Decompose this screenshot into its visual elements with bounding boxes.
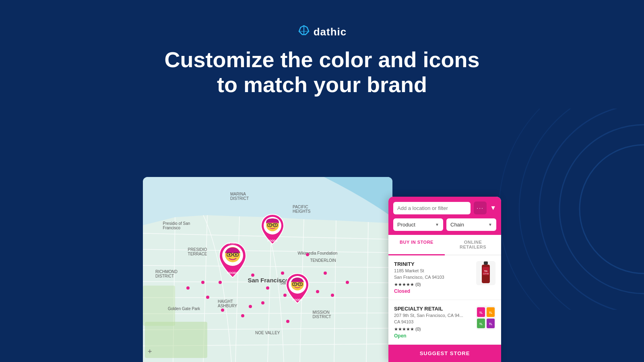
- filters-row: Product ▼ Chain ▼: [388, 218, 501, 235]
- store-card-specialty[interactable]: SPECIALTY RETAIL 207 9th St, San Francis…: [388, 300, 501, 345]
- map-dot: [251, 274, 254, 277]
- map-city-label: San Francisco: [248, 277, 289, 284]
- svg-text:TL: TL: [479, 311, 483, 314]
- map-dot: [221, 309, 224, 312]
- svg-point-48: [300, 284, 301, 285]
- map-label-richmond: RICHMONDDISTRICT: [155, 269, 178, 278]
- options-button[interactable]: ···: [474, 202, 487, 214]
- svg-text:TL: TL: [479, 323, 483, 325]
- chain-filter[interactable]: Chain ▼: [446, 218, 496, 231]
- product-filter[interactable]: Product ▼: [393, 218, 443, 231]
- map-label-noe: NOE VALLEY: [255, 331, 280, 335]
- map-label-marina: MARINADISTRICT: [230, 192, 249, 201]
- store-address: 1185 Market StSan Francisco, CA 94103: [394, 268, 472, 280]
- map-dot: [249, 305, 252, 308]
- map-pin-2: TIA LUPITA FOODS: [217, 241, 248, 281]
- dathic-logo-icon: [297, 24, 310, 40]
- svg-rect-24: [143, 286, 175, 326]
- map-dot: [201, 281, 204, 284]
- store-product-image: TL TL TL TL: [476, 306, 495, 330]
- store-address: 207 9th St, San Francisco, CA 94...CA 94…: [394, 313, 472, 325]
- map-label-mission: MISSIONDISTRICT: [313, 310, 331, 319]
- map-dot: [219, 281, 222, 284]
- map-label-pacific: PACIFICHEIGHTS: [293, 205, 310, 214]
- svg-point-47: [294, 284, 295, 285]
- store-status: Closed: [394, 288, 472, 294]
- tab-buy-in-store[interactable]: BUY IN STORE: [388, 235, 445, 255]
- map-label-tenderloin: TENDERLOIN: [310, 258, 336, 263]
- map-background: MARINADISTRICT PACIFICHEIGHTS Presidio o…: [143, 177, 392, 362]
- store-info-specialty: SPECIALTY RETAIL 207 9th St, San Francis…: [394, 306, 472, 339]
- svg-point-30: [269, 224, 270, 225]
- store-name: TRINITY: [394, 261, 472, 267]
- panel-header: ··· ▼ Product ▼ Chain ▼: [388, 197, 501, 235]
- stores-list: TRINITY 1185 Market StSan Francisco, CA …: [388, 255, 501, 345]
- headline: Customize the color and icons to match y…: [141, 47, 503, 97]
- store-info-trinity: TRINITY 1185 Market StSan Francisco, CA …: [394, 261, 472, 294]
- map-label-wikimedia: Wikimedia Foundation: [297, 251, 337, 255]
- tab-online-retailers[interactable]: ONLINERETAILERS: [445, 235, 501, 255]
- svg-point-39: [235, 254, 237, 255]
- store-finder-panel: ··· ▼ Product ▼ Chain ▼ BUY IN STORE: [388, 197, 501, 362]
- svg-point-31: [275, 224, 276, 225]
- location-search-input[interactable]: [393, 202, 471, 214]
- store-stars: ★★★★★ (0): [394, 327, 472, 332]
- svg-point-38: [229, 254, 230, 255]
- svg-text:TIA: TIA: [484, 270, 487, 272]
- map-dot: [266, 286, 269, 290]
- map-label-presidio: Presidio of SanFrancisco: [163, 221, 190, 230]
- map-dot: [316, 290, 319, 293]
- store-name: SPECIALTY RETAIL: [394, 306, 472, 312]
- map-label-gg-park: Golden Gate Park: [168, 306, 200, 311]
- header: dathic Customize the color and icons to …: [0, 0, 644, 97]
- product-filter-chevron: ▼: [435, 222, 439, 227]
- store-stars: ★★★★★ (0): [394, 282, 472, 287]
- store-product-image: TIA LUPITA: [476, 261, 495, 285]
- map-dot: [306, 253, 309, 256]
- map-dot: [331, 294, 334, 297]
- main-content: MARINADISTRICT PACIFICHEIGHTS Presidio o…: [0, 177, 644, 362]
- map-container: MARINADISTRICT PACIFICHEIGHTS Presidio o…: [143, 177, 392, 362]
- svg-text:FOODS: FOODS: [293, 298, 303, 301]
- svg-text:FOODS: FOODS: [268, 239, 278, 242]
- svg-text:LUPITA: LUPITA: [483, 273, 489, 275]
- map-dot: [324, 272, 327, 275]
- map-compass: +: [148, 348, 152, 356]
- map-label-haight: HAIGHTASHBURY: [218, 299, 237, 308]
- map-dot: [286, 320, 289, 323]
- map-label-presidio-terrace: PRESIDIOTERRACE: [188, 247, 207, 256]
- svg-text:TL: TL: [489, 323, 493, 325]
- store-status: Open: [394, 333, 472, 339]
- map-dot: [206, 296, 209, 299]
- search-bar: ··· ▼: [388, 197, 501, 218]
- map-dot: [346, 281, 349, 284]
- chain-filter-chevron: ▼: [488, 222, 492, 227]
- map-pin-1: FOODS: [259, 213, 286, 247]
- svg-rect-50: [484, 261, 488, 265]
- tabs-row: BUY IN STORE ONLINERETAILERS: [388, 235, 501, 255]
- svg-text:FOODS: FOODS: [227, 271, 239, 275]
- map-dot: [241, 314, 244, 317]
- expand-button[interactable]: ▼: [490, 204, 496, 212]
- svg-rect-23: [145, 322, 207, 358]
- map-pin-3: FOODS: [284, 272, 311, 306]
- logo-text: dathic: [314, 26, 347, 38]
- suggest-store-button[interactable]: SUGGEST STORE: [388, 345, 501, 362]
- store-card-trinity[interactable]: TRINITY 1185 Market StSan Francisco, CA …: [388, 255, 501, 300]
- map-dot: [186, 286, 190, 290]
- map-dot: [261, 301, 264, 304]
- svg-text:TL: TL: [489, 311, 493, 314]
- logo-area: dathic: [0, 24, 644, 40]
- svg-text:TIA LUPITA: TIA LUPITA: [227, 242, 238, 245]
